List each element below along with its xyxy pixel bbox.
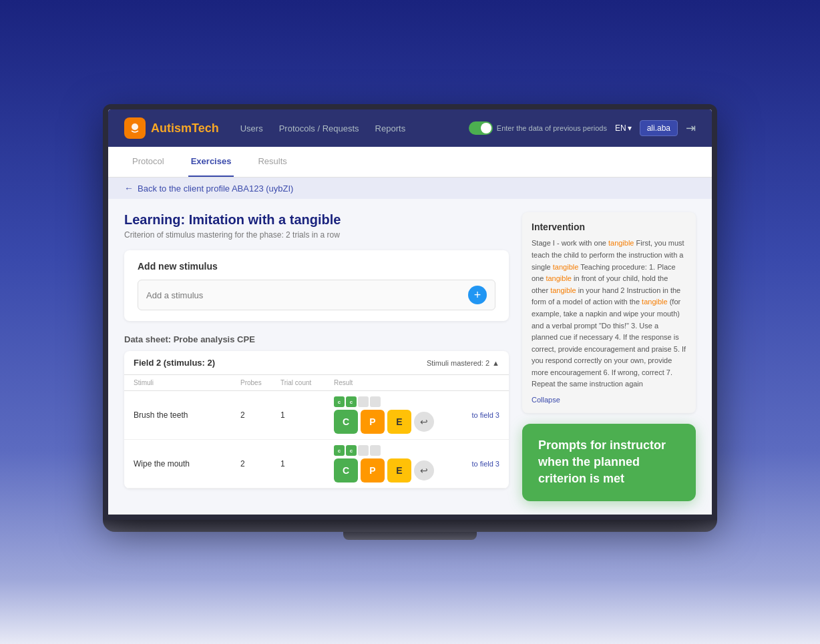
undo-button-2[interactable]: ↩ <box>414 460 434 480</box>
mini-badge-c2: c <box>346 396 357 407</box>
field-header: Field 2 (stimulus: 2) Stimuli mastered: … <box>124 351 509 375</box>
logo-text: AutismTech <box>151 121 219 135</box>
stim-name-2: Wipe the mouth <box>134 459 240 468</box>
tab-bar: Protocol Exercises Results <box>108 147 712 178</box>
badge-e-1[interactable]: E <box>387 410 411 434</box>
logout-button[interactable]: ⇥ <box>686 121 696 135</box>
badge-e-2[interactable]: E <box>387 458 411 482</box>
col-stimuli: Stimuli <box>134 379 240 386</box>
field-title: Field 2 (stimulus: 2) <box>134 358 215 368</box>
tab-exercises[interactable]: Exercises <box>188 147 234 177</box>
mini-badge-empty1 <box>358 396 369 407</box>
back-arrow-icon: ← <box>124 183 134 194</box>
stim-count-2: 1 <box>280 459 334 468</box>
stimuli-mastered: Stimuli mastered: 2 ▲ <box>427 359 499 367</box>
table-row: Brush the teeth 2 1 c c <box>124 391 509 440</box>
tooltip-text: Prompts for instructor when the planned … <box>538 437 680 488</box>
stim-count-1: 1 <box>280 410 334 420</box>
navbar: AutismTech Users Protocols / Requests Re… <box>108 109 712 147</box>
badge-c-1[interactable]: C <box>334 410 358 434</box>
main-layout: Learning: Imitation with a tangible Crit… <box>108 199 712 514</box>
add-stimulus-button[interactable]: + <box>468 286 487 304</box>
previous-periods-toggle[interactable]: Enter the data of previous periods <box>469 121 607 135</box>
laptop-base <box>103 520 717 532</box>
col-trial-count: Trial count <box>280 379 334 386</box>
col-headers: Stimuli Probes Trial count Result <box>124 375 509 391</box>
mini-badge-empty4 <box>370 445 381 456</box>
nav-links: Users Protocols / Requests Reports <box>240 123 447 133</box>
nav-right: Enter the data of previous periods EN ▾ … <box>469 120 696 136</box>
result-area-1: c c C P E ↩ <box>334 396 446 434</box>
intervention-title: Intervention <box>532 222 686 232</box>
badge-c-2[interactable]: C <box>334 458 358 482</box>
mini-badge-c1: c <box>334 396 345 407</box>
intervention-text: Stage I - work with one tangible First, … <box>532 238 686 390</box>
table-row: Wipe the mouth 2 1 c c <box>124 440 509 489</box>
undo-button-1[interactable]: ↩ <box>414 412 434 432</box>
user-button[interactable]: ali.aba <box>640 120 678 136</box>
stim-probes-2: 2 <box>240 459 280 468</box>
to-field-link-2[interactable]: to field 3 <box>446 460 499 468</box>
nav-users[interactable]: Users <box>240 123 263 133</box>
svg-point-0 <box>132 123 138 130</box>
stim-name-1: Brush the teeth <box>134 410 240 420</box>
page-title: Learning: Imitation with a tangible <box>124 212 509 228</box>
stim-probes-1: 2 <box>240 410 280 420</box>
col-probes: Probes <box>240 379 280 386</box>
tab-results[interactable]: Results <box>255 147 289 177</box>
logo: AutismTech <box>124 117 219 139</box>
datasheet-label: Data sheet: Probe analysis CPE <box>124 334 509 344</box>
right-panel: Intervention Stage I - work with one tan… <box>522 212 696 501</box>
toggle-label: Enter the data of previous periods <box>497 124 607 132</box>
result-area-2: c c C P E ↩ <box>334 445 446 482</box>
logo-icon <box>124 117 146 139</box>
to-field-link-1[interactable]: to field 3 <box>446 411 499 419</box>
stimulus-input[interactable] <box>146 290 463 300</box>
lang-button[interactable]: EN ▾ <box>615 123 632 133</box>
tab-protocol[interactable]: Protocol <box>130 147 167 177</box>
left-panel: Learning: Imitation with a tangible Crit… <box>124 212 509 501</box>
laptop-stand <box>343 532 477 540</box>
nav-protocols[interactable]: Protocols / Requests <box>279 123 359 133</box>
col-result: Result <box>334 379 446 386</box>
mini-badge-empty3 <box>358 445 369 456</box>
mini-badges-2: c c <box>334 445 446 456</box>
add-stimulus-card: Add new stimulus + <box>124 250 509 321</box>
mini-badge-empty2 <box>370 396 381 407</box>
collapse-link[interactable]: Collapse <box>532 396 686 404</box>
toggle-thumb <box>481 123 491 133</box>
stimulus-input-row: + <box>138 280 495 310</box>
add-stimulus-title: Add new stimulus <box>138 261 495 272</box>
mini-badge-c4: c <box>346 445 357 456</box>
toggle-track <box>469 121 493 135</box>
mini-badges-1: c c <box>334 396 446 407</box>
badge-p-2[interactable]: P <box>361 458 385 482</box>
intervention-card: Intervention Stage I - work with one tan… <box>522 212 696 413</box>
page-subtitle: Criterion of stimulus mastering for the … <box>124 230 509 240</box>
badge-p-1[interactable]: P <box>361 410 385 434</box>
breadcrumb-text: Back to the client profile ABA123 (uybZI… <box>138 184 293 194</box>
main-badges-1: C P E ↩ <box>334 410 446 434</box>
datasheet-card: Field 2 (stimulus: 2) Stimuli mastered: … <box>124 351 509 489</box>
green-tooltip: Prompts for instructor when the planned … <box>522 424 696 501</box>
breadcrumb[interactable]: ← Back to the client profile ABA123 (uyb… <box>108 178 712 199</box>
nav-reports[interactable]: Reports <box>375 123 406 133</box>
col-action <box>446 379 499 386</box>
mini-badge-c3: c <box>334 445 345 456</box>
main-badges-2: C P E ↩ <box>334 458 446 482</box>
